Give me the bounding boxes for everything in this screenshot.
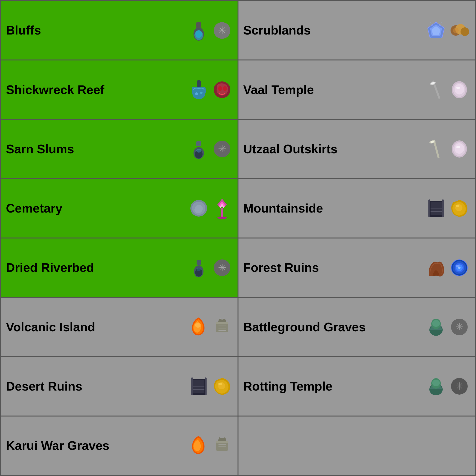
battleground-icon1 [425,316,447,338]
desert-icon2 [211,375,233,397]
svg-point-28 [455,84,464,95]
cell-dried-icons: ✳ [188,257,233,278]
forest-icon2 [449,257,470,278]
cell-vaal[interactable]: Vaal Temple [238,60,475,119]
cell-sarn[interactable]: Sarn Slums ✳ [1,119,238,179]
cell-battleground-icons: ✳ [425,316,470,338]
cell-shickwreck[interactable]: Shickwreck Reef [1,60,238,119]
svg-rect-90 [191,377,193,395]
sarn-icon1 [188,138,209,160]
svg-point-70 [458,267,460,269]
cell-mountainside-icons [425,198,470,219]
forest-icon1 [425,257,447,278]
cell-rotting[interactable]: Rotting Temple ✳ [238,357,475,416]
svg-point-72 [195,323,201,328]
utzaal-icon1 [425,138,447,160]
vaal-icon2 [449,79,470,101]
main-grid: Bluffs ✳ Scrublands [0,0,476,476]
cell-dried[interactable]: Dried Riverbed ✳ [1,238,238,297]
shickwreck-icon2 [211,79,233,101]
volcanic-icon1 [188,316,209,338]
svg-rect-60 [197,260,201,265]
cell-utzaal[interactable]: Utzaal Outskirts [238,119,475,179]
cell-scrublands[interactable]: Scrublands [238,1,475,60]
cell-karui-label: Karui War Graves [6,438,188,453]
cell-cemetary-label: Cemetary [6,201,188,216]
svg-rect-17 [197,80,201,87]
cell-karui[interactable]: Karui War Graves [1,416,238,475]
cell-volcanic-icons [188,316,233,338]
svg-text:✳: ✳ [218,262,226,273]
cell-bluffs-icons: ✳ [188,20,233,41]
dried-icon1 [188,257,209,278]
svg-text:✳: ✳ [455,381,464,392]
svg-point-93 [218,383,222,385]
svg-point-29 [456,87,460,89]
cell-utzaal-icons [425,138,470,160]
mountainside-icon2 [449,198,470,219]
cell-desert-icons [188,375,233,397]
svg-point-18 [195,92,198,95]
svg-rect-55 [428,200,430,217]
cell-shickwreck-icons [188,79,233,101]
svg-rect-91 [205,377,206,395]
cell-cemetary[interactable]: Cemetary [1,179,238,238]
svg-point-96 [432,380,440,386]
cell-utzaal-label: Utzaal Outskirts [243,142,425,156]
cell-mountainside-label: Mountainside [243,201,425,216]
battleground-icon2: ✳ [449,316,470,338]
cell-sarn-icons: ✳ [188,138,233,160]
cell-forest[interactable]: Forest Ruins [238,238,475,297]
utzaal-icon2 [449,138,470,160]
svg-rect-74 [216,322,228,324]
cell-dried-label: Dried Riverbed [6,260,188,275]
svg-point-41 [455,143,464,154]
svg-point-16 [453,28,459,33]
cell-vaal-icons [425,79,470,101]
svg-point-80 [432,320,440,327]
svg-point-22 [223,86,227,91]
svg-point-49 [217,217,227,219]
cell-scrublands-icons [425,20,470,41]
svg-rect-102 [216,441,228,443]
cell-bluffs-label: Bluffs [6,23,188,38]
svg-point-15 [460,27,469,36]
svg-point-33 [196,149,201,153]
svg-rect-1 [196,22,201,28]
svg-point-58 [456,205,459,207]
cell-rotting-label: Rotting Temple [243,379,425,394]
svg-text:✳: ✳ [218,143,226,154]
svg-rect-56 [442,200,444,217]
cell-rotting-icons: ✳ [425,375,470,397]
cell-desert[interactable]: Desert Ruins [1,357,238,416]
svg-point-42 [456,146,460,148]
cell-forest-label: Forest Ruins [243,260,425,275]
svg-point-19 [200,92,203,94]
svg-text:✳: ✳ [218,25,226,36]
scrublands-icon1 [425,20,447,41]
sarn-icon2: ✳ [211,138,233,160]
cell-volcanic-label: Volcanic Island [6,320,188,334]
scrublands-icon2 [449,20,470,41]
desert-icon1 [188,375,209,397]
cell-volcanic[interactable]: Volcanic Island [1,297,238,357]
mountainside-icon1 [425,198,447,219]
cemetary-icon2 [211,198,233,219]
shickwreck-icon1 [188,79,209,101]
bluffs-icon2: ✳ [211,20,233,41]
svg-text:✳: ✳ [455,321,464,333]
vaal-icon1 [425,79,447,101]
rotting-icon2: ✳ [449,375,470,397]
rotting-icon1 [425,375,447,397]
svg-point-3 [195,30,202,38]
karui-icon1 [188,435,209,456]
cell-bluffs[interactable]: Bluffs ✳ [1,1,238,60]
cell-battleground[interactable]: Battleground Graves ✳ [238,297,475,357]
cell-cemetary-icons [188,198,233,219]
cell-mountainside[interactable]: Mountainside [238,179,475,238]
cell-vaal-label: Vaal Temple [243,82,425,97]
cemetary-icon1 [188,198,209,219]
svg-point-21 [218,86,222,91]
dried-icon2: ✳ [211,257,233,278]
cell-shickwreck-label: Shickwreck Reef [6,82,188,97]
